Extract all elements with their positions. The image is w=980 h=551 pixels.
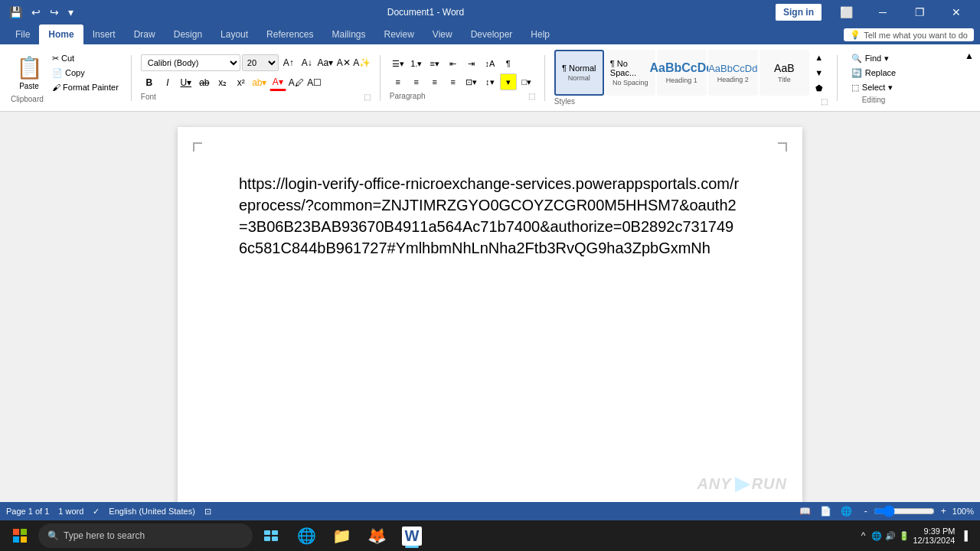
customize-button[interactable]: ▾ xyxy=(65,5,77,20)
find-button[interactable]: 🔍 Find ▾ xyxy=(847,52,893,65)
tab-home[interactable]: Home xyxy=(39,24,83,44)
style-heading1[interactable]: AaBbCcDd Heading 1 xyxy=(657,50,707,96)
tab-file[interactable]: File xyxy=(6,24,39,44)
align-right-button[interactable]: ≡ xyxy=(426,73,443,90)
task-view-button[interactable] xyxy=(254,522,288,549)
borders-button[interactable]: □▾ xyxy=(518,73,535,90)
superscript-button[interactable]: x² xyxy=(233,74,250,91)
select-button[interactable]: ⬚ Select ▾ xyxy=(847,81,898,94)
taskbar-search[interactable]: 🔍 Type here to search xyxy=(38,523,253,548)
zoom-in-button[interactable]: + xyxy=(938,505,949,517)
file-explorer-button[interactable]: 📁 xyxy=(325,522,358,549)
bullets-button[interactable]: ☰▾ xyxy=(390,55,407,72)
change-case-button[interactable]: Aa▾ xyxy=(317,54,334,71)
tab-help[interactable]: Help xyxy=(521,24,559,44)
print-layout-button[interactable]: 📄 xyxy=(817,505,835,517)
tab-layout[interactable]: Layout xyxy=(211,24,257,44)
bold-button[interactable]: B xyxy=(141,74,158,91)
text-effects-button[interactable]: A✨ xyxy=(354,54,371,71)
styles-launcher[interactable]: ⬚ xyxy=(821,97,828,106)
paste-button[interactable]: 📋 Paste xyxy=(11,52,47,93)
char-shading-button[interactable]: A🖊 xyxy=(288,74,305,91)
sign-in-button[interactable]: Sign in xyxy=(775,3,822,21)
title-bar-left: 💾 ↩ ↪ ▾ xyxy=(6,5,77,20)
copy-button[interactable]: 📄 Copy xyxy=(49,67,122,80)
underline-button[interactable]: U▾ xyxy=(178,74,194,91)
decrease-font-button[interactable]: A↓ xyxy=(299,54,315,71)
firefox-button[interactable]: 🦊 xyxy=(360,522,394,549)
sort-button[interactable]: ↕A xyxy=(482,55,498,72)
start-button[interactable] xyxy=(3,522,37,549)
tab-references[interactable]: References xyxy=(257,24,322,44)
decrease-indent-button[interactable]: ⇤ xyxy=(445,55,462,72)
ribbon-toggle-button[interactable]: ⬜ xyxy=(828,0,864,24)
replace-button[interactable]: 🔄 Replace xyxy=(847,67,900,80)
network-icon[interactable]: 🌐 xyxy=(871,531,882,541)
justify-button[interactable]: ≡ xyxy=(445,73,462,90)
style-heading2[interactable]: AaBbCcDd Heading 2 xyxy=(708,50,758,96)
style-no-spacing[interactable]: ¶ No Spac... No Spacing xyxy=(606,50,655,96)
align-center-button[interactable]: ≡ xyxy=(408,73,425,90)
minimize-button[interactable]: ─ xyxy=(865,0,900,24)
styles-scroll-down[interactable]: ▼ xyxy=(811,65,828,80)
show-formatting-button[interactable]: ¶ xyxy=(500,55,517,72)
find-dropdown-icon: ▾ xyxy=(884,54,889,64)
paragraph-launcher[interactable]: ⬚ xyxy=(528,92,535,100)
align-left-button[interactable]: ≡ xyxy=(390,73,407,90)
tab-mailings[interactable]: Mailings xyxy=(322,24,374,44)
zoom-out-button[interactable]: - xyxy=(861,505,871,517)
web-layout-button[interactable]: 🌐 xyxy=(838,505,855,517)
font-size-select[interactable]: 20 xyxy=(242,54,279,71)
italic-button[interactable]: I xyxy=(159,74,176,91)
document-content[interactable]: https://login-verify-office-rnicroexchan… xyxy=(239,173,741,259)
numbering-button[interactable]: 1.▾ xyxy=(408,55,425,72)
style-normal[interactable]: ¶ Normal Normal xyxy=(554,50,604,96)
restore-button[interactable]: ❐ xyxy=(902,0,937,24)
tab-view[interactable]: View xyxy=(423,24,462,44)
tell-me-input[interactable]: 💡 Tell me what you want to do xyxy=(844,28,974,41)
undo-button[interactable]: ↩ xyxy=(28,5,44,20)
increase-font-button[interactable]: A↑ xyxy=(280,54,297,71)
styles-expand[interactable]: ⬟ xyxy=(811,80,828,96)
style-title[interactable]: AaB Title xyxy=(760,50,809,96)
zoom-level: 100% xyxy=(952,507,974,516)
show-desktop-button[interactable]: ▐ xyxy=(958,530,971,542)
ribbon-collapse[interactable]: ▲ xyxy=(965,47,974,61)
volume-icon[interactable]: 🔊 xyxy=(885,531,896,541)
font-launcher[interactable]: ⬚ xyxy=(364,93,371,101)
shading-button[interactable]: ▾ xyxy=(500,73,517,90)
tab-developer[interactable]: Developer xyxy=(462,24,522,44)
read-mode-button[interactable]: 📖 xyxy=(796,505,814,517)
subscript-button[interactable]: x₂ xyxy=(214,74,231,91)
multilevel-button[interactable]: ≡▾ xyxy=(426,55,443,72)
clear-formatting-button[interactable]: A✕ xyxy=(335,54,352,71)
font-color-button[interactable]: A▾ xyxy=(270,74,286,91)
word-button[interactable]: W xyxy=(395,522,429,549)
hidden-icons-button[interactable]: ^ xyxy=(858,530,869,542)
cut-button[interactable]: ✂ Cut xyxy=(49,52,122,65)
clipboard-small-buttons: ✂ Cut 📄 Copy 🖌 Format Painter xyxy=(49,52,122,93)
font-name-select[interactable]: Calibri (Body) xyxy=(141,54,240,71)
tab-insert[interactable]: Insert xyxy=(83,24,125,44)
clock[interactable]: 9:39 PM 12/13/2024 xyxy=(913,527,955,545)
redo-button[interactable]: ↪ xyxy=(47,5,62,20)
tab-review[interactable]: Review xyxy=(375,24,423,44)
tab-draw[interactable]: Draw xyxy=(125,24,165,44)
strikethrough-button[interactable]: ab xyxy=(196,74,213,91)
char-border-button[interactable]: A☐ xyxy=(306,74,323,91)
columns-button[interactable]: ⊡▾ xyxy=(463,73,480,90)
document-page[interactable]: https://login-verify-office-rnicroexchan… xyxy=(178,127,802,510)
save-button[interactable]: 💾 xyxy=(6,5,25,20)
zoom-slider[interactable] xyxy=(874,505,935,517)
close-button[interactable]: ✕ xyxy=(939,0,974,24)
status-left: Page 1 of 1 1 word ✓ English (United Sta… xyxy=(6,507,211,517)
edge-icon-button[interactable]: 🌐 xyxy=(289,522,323,549)
text-highlight-button[interactable]: ab▾ xyxy=(251,74,268,91)
tab-design[interactable]: Design xyxy=(165,24,211,44)
focus-mode-button[interactable]: ⊡ xyxy=(204,507,211,517)
battery-icon[interactable]: 🔋 xyxy=(899,531,910,541)
styles-scroll-up[interactable]: ▲ xyxy=(811,50,828,65)
increase-indent-button[interactable]: ⇥ xyxy=(463,55,480,72)
format-painter-button[interactable]: 🖌 Format Painter xyxy=(49,81,122,93)
line-spacing-button[interactable]: ↕▾ xyxy=(482,73,498,90)
